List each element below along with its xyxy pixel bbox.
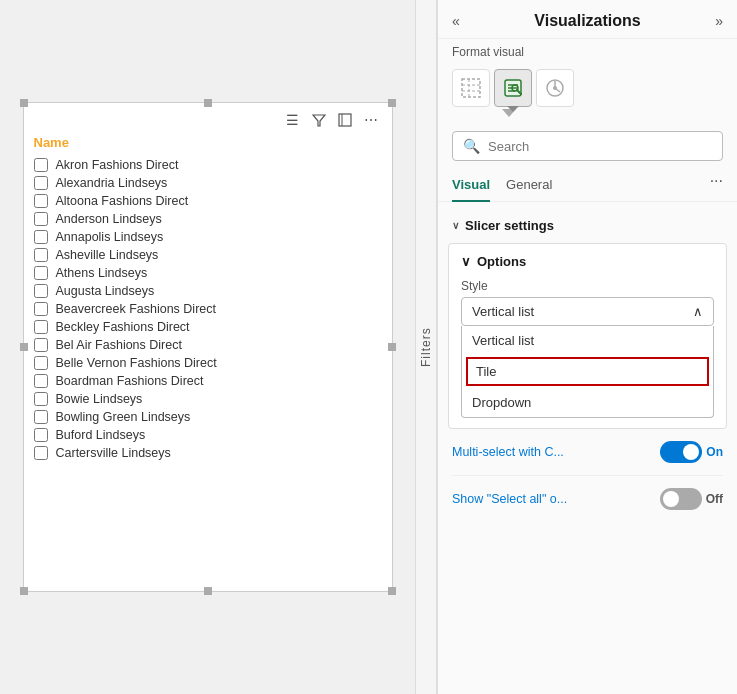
list-item-checkbox[interactable]	[34, 302, 48, 316]
toggle-multiselect-pill[interactable]	[660, 441, 702, 463]
options-header[interactable]: ∨ Options	[461, 254, 714, 269]
handle-tr[interactable]	[388, 99, 396, 107]
list-item[interactable]: Beckley Fashions Direct	[32, 318, 380, 336]
list-item-checkbox[interactable]	[34, 266, 48, 280]
list-item-label: Boardman Fashions Direct	[56, 374, 204, 388]
list-item[interactable]: Akron Fashions Direct	[32, 156, 380, 174]
right-header: « Visualizations »	[438, 0, 737, 39]
list-item[interactable]: Beavercreek Fashions Direct	[32, 300, 380, 318]
handle-lm[interactable]	[20, 343, 28, 351]
dropdown-option-tile[interactable]: Tile	[466, 357, 709, 386]
list-item-checkbox[interactable]	[34, 176, 48, 190]
slicer-list[interactable]: Akron Fashions DirectAlexandria Lindseys…	[32, 156, 384, 576]
slicer-title: Name	[32, 135, 384, 150]
viz-icon-analytics[interactable]	[536, 69, 574, 107]
list-item-checkbox[interactable]	[34, 194, 48, 208]
viz-icon-format[interactable]	[494, 69, 532, 107]
list-item[interactable]: Asheville Lindseys	[32, 246, 380, 264]
list-item-label: Bowling Green Lindseys	[56, 410, 191, 424]
list-item[interactable]: Boardman Fashions Direct	[32, 372, 380, 390]
list-item[interactable]: Bowie Lindseys	[32, 390, 380, 408]
svg-point-13	[553, 86, 557, 90]
list-item[interactable]: Bowling Green Lindseys	[32, 408, 380, 426]
chevron-up-icon: ∧	[693, 304, 703, 319]
forward-arrow[interactable]: »	[715, 13, 723, 29]
expand-icon[interactable]	[336, 111, 354, 129]
panel-body: ∨ Slicer settings ∨ Options Style Vertic…	[438, 202, 737, 694]
list-item[interactable]: Altoona Fashions Direct	[32, 192, 380, 210]
list-item-checkbox[interactable]	[34, 212, 48, 226]
list-item-checkbox[interactable]	[34, 338, 48, 352]
dropdown-menu: Vertical list Tile Dropdown	[461, 326, 714, 418]
list-item-checkbox[interactable]	[34, 356, 48, 370]
list-item-label: Bel Air Fashions Direct	[56, 338, 182, 352]
list-item-checkbox[interactable]	[34, 410, 48, 424]
handle-tl[interactable]	[20, 99, 28, 107]
slicer-settings-label: Slicer settings	[465, 218, 554, 233]
viz-icons-row	[438, 65, 737, 107]
list-item-label: Bowie Lindseys	[56, 392, 143, 406]
toggle-selectall-state: Off	[706, 492, 723, 506]
back-arrow[interactable]: «	[452, 13, 460, 29]
list-item-label: Akron Fashions Direct	[56, 158, 179, 172]
list-item[interactable]: Anderson Lindseys	[32, 210, 380, 228]
list-item[interactable]: Bel Air Fashions Direct	[32, 336, 380, 354]
list-item-label: Augusta Lindseys	[56, 284, 155, 298]
hamburger-icon[interactable]: ☰	[284, 111, 302, 129]
list-item[interactable]: Cartersville Lindseys	[32, 444, 380, 462]
tab-general[interactable]: General	[506, 169, 552, 202]
search-input[interactable]	[488, 139, 712, 154]
list-item-checkbox[interactable]	[34, 284, 48, 298]
divider	[452, 475, 723, 476]
list-item-checkbox[interactable]	[34, 392, 48, 406]
handle-br[interactable]	[388, 587, 396, 595]
toggle-multiselect-state: On	[706, 445, 723, 459]
svg-rect-3	[462, 79, 480, 97]
list-item-checkbox[interactable]	[34, 230, 48, 244]
style-label: Style	[461, 279, 714, 293]
list-item-label: Athens Lindseys	[56, 266, 148, 280]
slicer-settings-header[interactable]: ∨ Slicer settings	[438, 212, 737, 239]
viz-icon-table[interactable]	[452, 69, 490, 107]
list-item[interactable]: Athens Lindseys	[32, 264, 380, 282]
filters-tab[interactable]: Filters	[415, 0, 437, 694]
search-box[interactable]: 🔍	[452, 131, 723, 161]
dropdown-selected-value: Vertical list	[472, 304, 534, 319]
list-item[interactable]: Annapolis Lindseys	[32, 228, 380, 246]
tab-more[interactable]: ···	[710, 172, 723, 198]
list-item-label: Beckley Fashions Direct	[56, 320, 190, 334]
list-item[interactable]: Augusta Lindseys	[32, 282, 380, 300]
options-section: ∨ Options Style Vertical list ∧ Vertical…	[448, 243, 727, 429]
style-dropdown[interactable]: Vertical list ∧	[461, 297, 714, 326]
list-item-checkbox[interactable]	[34, 374, 48, 388]
list-item-checkbox[interactable]	[34, 446, 48, 460]
list-item-checkbox[interactable]	[34, 158, 48, 172]
handle-bl[interactable]	[20, 587, 28, 595]
list-item[interactable]: Buford Lindseys	[32, 426, 380, 444]
toggle-multiselect-switch[interactable]: On	[660, 441, 723, 463]
list-item[interactable]: Belle Vernon Fashions Direct	[32, 354, 380, 372]
handle-rm[interactable]	[388, 343, 396, 351]
tabs-row: Visual General ···	[438, 169, 737, 202]
toggle-row-multiselect: Multi-select with C... On	[438, 433, 737, 471]
list-item-checkbox[interactable]	[34, 248, 48, 262]
right-panel: « Visualizations » Format visual	[437, 0, 737, 694]
toggle-selectall-pill[interactable]	[660, 488, 702, 510]
left-panel: ☰ ⋯ Name Akron Fashions DirectAlexandria…	[0, 0, 415, 694]
list-item-label: Belle Vernon Fashions Direct	[56, 356, 217, 370]
filter-icon[interactable]	[310, 111, 328, 129]
dropdown-option-vertical[interactable]: Vertical list	[462, 326, 713, 355]
toggle-multiselect-label: Multi-select with C...	[452, 445, 564, 459]
tab-visual[interactable]: Visual	[452, 169, 490, 202]
svg-marker-0	[313, 115, 325, 126]
dropdown-option-dropdown[interactable]: Dropdown	[462, 388, 713, 417]
toggle-selectall-switch[interactable]: Off	[660, 488, 723, 510]
list-item-checkbox[interactable]	[34, 320, 48, 334]
list-item-label: Annapolis Lindseys	[56, 230, 164, 244]
handle-tm[interactable]	[204, 99, 212, 107]
list-item-checkbox[interactable]	[34, 428, 48, 442]
more-options-icon[interactable]: ⋯	[362, 111, 380, 129]
handle-bm[interactable]	[204, 587, 212, 595]
list-item-label: Cartersville Lindseys	[56, 446, 171, 460]
list-item[interactable]: Alexandria Lindseys	[32, 174, 380, 192]
